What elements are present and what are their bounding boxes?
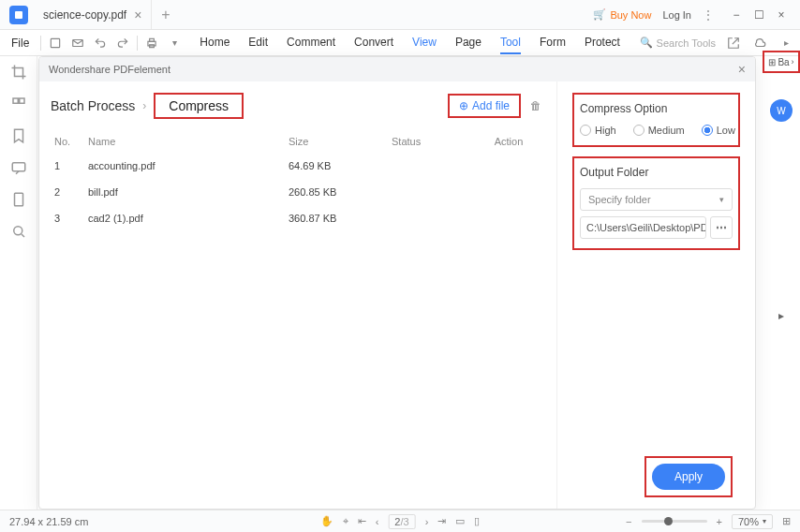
save-icon[interactable] [47, 35, 64, 52]
minimize-button[interactable]: − [725, 4, 748, 26]
page-number-input[interactable]: 2/3 [388, 514, 415, 529]
radio-high[interactable]: High [580, 125, 616, 136]
next-page-icon[interactable]: › [425, 516, 429, 527]
col-action: Action [476, 136, 541, 147]
browse-button[interactable]: ⋯ [710, 216, 733, 239]
tab-edit[interactable]: Edit [248, 32, 268, 54]
maximize-button[interactable]: ☐ [748, 4, 770, 26]
file-menu[interactable]: File [6, 37, 35, 50]
tab-view[interactable]: View [412, 32, 437, 54]
undo-icon[interactable] [92, 35, 109, 52]
document-tab[interactable]: science-copy.pdf × [34, 0, 152, 29]
plus-circle-icon: ⊕ [459, 99, 468, 112]
breadcrumb-root[interactable]: Batch Process [51, 98, 135, 113]
tab-convert[interactable]: Convert [354, 32, 393, 54]
col-status: Status [392, 136, 476, 147]
last-page-icon[interactable]: ⇥ [437, 515, 446, 527]
word-export-icon[interactable]: W [770, 99, 793, 122]
table-row[interactable]: 1 accounting.pdf 64.69 KB [51, 153, 541, 179]
expand-panel-icon[interactable]: ▸ [778, 309, 784, 322]
kebab-menu-icon[interactable]: ⋮ [703, 8, 714, 22]
svg-rect-8 [12, 163, 25, 171]
close-window-button[interactable]: × [770, 4, 793, 26]
apply-button[interactable]: Apply [652, 464, 725, 490]
fit-page-icon[interactable]: ▯ [474, 515, 480, 527]
redo-icon[interactable] [114, 35, 131, 52]
svg-rect-4 [150, 38, 155, 41]
crop-icon[interactable] [10, 64, 27, 81]
search-icon: 🔍 [640, 37, 653, 49]
breadcrumb: Batch Process › Compress ⊕ Add file 🗑 [51, 93, 541, 119]
file-table: No. Name Size Status Action 1 accounting… [51, 130, 541, 231]
output-path-input[interactable]: C:\Users\Geili\Desktop\PDFelement\Op [580, 216, 706, 239]
hand-tool-icon[interactable]: ✋ [320, 515, 333, 527]
view-mode-icon[interactable]: ⊞ [782, 515, 791, 527]
chevron-right-icon[interactable]: ▸ [778, 35, 794, 52]
mail-icon[interactable] [69, 35, 86, 52]
svg-rect-0 [15, 11, 22, 19]
tab-page[interactable]: Page [455, 32, 481, 54]
svg-rect-1 [52, 38, 60, 47]
output-folder-select[interactable]: Specify folder ▾ [580, 188, 733, 211]
search-panel-icon[interactable] [10, 223, 27, 240]
radio-medium[interactable]: Medium [633, 125, 685, 136]
table-row[interactable]: 3 cad2 (1).pdf 360.87 KB [51, 205, 541, 231]
col-no: No. [51, 136, 88, 147]
zoom-in-icon[interactable]: + [717, 516, 722, 527]
col-name: Name [88, 136, 289, 147]
add-file-button[interactable]: ⊕ Add file [448, 94, 521, 118]
tab-form[interactable]: Form [540, 32, 566, 54]
svg-point-10 [13, 227, 22, 235]
breadcrumb-current: Compress [154, 93, 244, 119]
thumbnail-icon[interactable] [10, 96, 27, 112]
dialog-close-button[interactable]: × [738, 62, 746, 77]
app-logo-icon [9, 6, 28, 24]
print-icon[interactable] [143, 35, 160, 52]
zoom-out-icon[interactable]: − [626, 516, 631, 527]
svg-rect-6 [13, 98, 18, 103]
col-size: Size [289, 136, 392, 147]
table-row[interactable]: 2 bill.pdf 260.85 KB [51, 179, 541, 205]
tab-home[interactable]: Home [200, 32, 230, 54]
first-page-icon[interactable]: ⇤ [358, 515, 366, 527]
search-tools-input[interactable]: 🔍 Search Tools [640, 37, 716, 49]
page-dimensions: 27.94 x 21.59 cm [9, 516, 88, 527]
output-folder-group: Output Folder Specify folder ▾ C:\Users\… [572, 156, 740, 250]
close-tab-icon[interactable]: × [134, 7, 141, 22]
cloud-icon[interactable] [751, 35, 768, 52]
compress-option-title: Compress Option [580, 102, 733, 115]
share-icon[interactable] [725, 35, 742, 52]
tab-comment[interactable]: Comment [287, 32, 335, 54]
tab-tool[interactable]: Tool [500, 32, 521, 54]
zoom-level-select[interactable]: 70%▾ [732, 514, 773, 529]
tab-protect[interactable]: Protect [585, 32, 620, 54]
comment-icon[interactable] [10, 159, 27, 176]
attachment-icon[interactable] [10, 191, 27, 208]
chevron-right-icon: › [142, 99, 146, 112]
radio-low[interactable]: Low [702, 125, 735, 136]
new-tab-button[interactable]: + [152, 7, 179, 23]
dialog-title: Wondershare PDFelement [49, 64, 170, 75]
zoom-slider[interactable] [642, 520, 707, 523]
tab-title: science-copy.pdf [43, 8, 126, 22]
output-folder-title: Output Folder [580, 166, 733, 179]
svg-rect-9 [14, 193, 22, 206]
fit-width-icon[interactable]: ▭ [455, 515, 465, 527]
batch-compress-dialog: Wondershare PDFelement × Batch Process ›… [38, 56, 756, 510]
compress-option-group: Compress Option High Medium Low [572, 93, 740, 147]
buy-now-link[interactable]: 🛒 Buy Now [593, 8, 651, 21]
select-tool-icon[interactable]: ⌖ [343, 515, 348, 527]
bookmark-icon[interactable] [10, 127, 27, 144]
chevron-down-icon: ▾ [719, 195, 724, 204]
chevron-down-icon[interactable]: ▾ [166, 35, 183, 52]
prev-page-icon[interactable]: ‹ [376, 516, 379, 527]
svg-rect-7 [19, 98, 23, 103]
log-in-link[interactable]: Log In [662, 9, 691, 21]
apply-area: Apply [644, 456, 733, 497]
cart-icon: 🛒 [593, 8, 606, 21]
trash-icon[interactable]: 🗑 [530, 99, 541, 112]
